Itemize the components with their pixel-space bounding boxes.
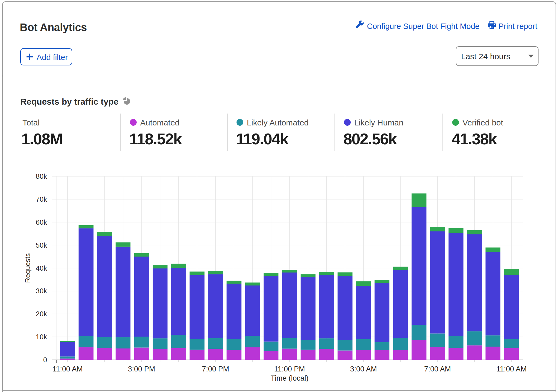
svg-text:3:00 PM: 3:00 PM bbox=[128, 365, 155, 373]
svg-text:20k: 20k bbox=[36, 310, 47, 318]
svg-text:11:00 PM: 11:00 PM bbox=[274, 365, 305, 373]
svg-text:0: 0 bbox=[43, 356, 47, 364]
svg-text:7:00 PM: 7:00 PM bbox=[202, 365, 229, 373]
svg-text:11:00 AM: 11:00 AM bbox=[52, 365, 83, 373]
svg-text:30k: 30k bbox=[36, 287, 47, 295]
svg-text:50k: 50k bbox=[36, 241, 47, 249]
svg-text:11:00 AM: 11:00 AM bbox=[496, 365, 527, 373]
svg-text:3:00 AM: 3:00 AM bbox=[350, 365, 377, 373]
svg-text:70k: 70k bbox=[36, 195, 47, 203]
svg-text:40k: 40k bbox=[36, 264, 47, 272]
svg-text:Time (local): Time (local) bbox=[271, 374, 308, 382]
svg-text:10k: 10k bbox=[36, 333, 47, 341]
svg-text:80k: 80k bbox=[36, 172, 47, 180]
svg-text:60k: 60k bbox=[36, 218, 47, 226]
svg-text:Requests: Requests bbox=[24, 253, 32, 283]
svg-text:7:00 AM: 7:00 AM bbox=[424, 365, 451, 373]
